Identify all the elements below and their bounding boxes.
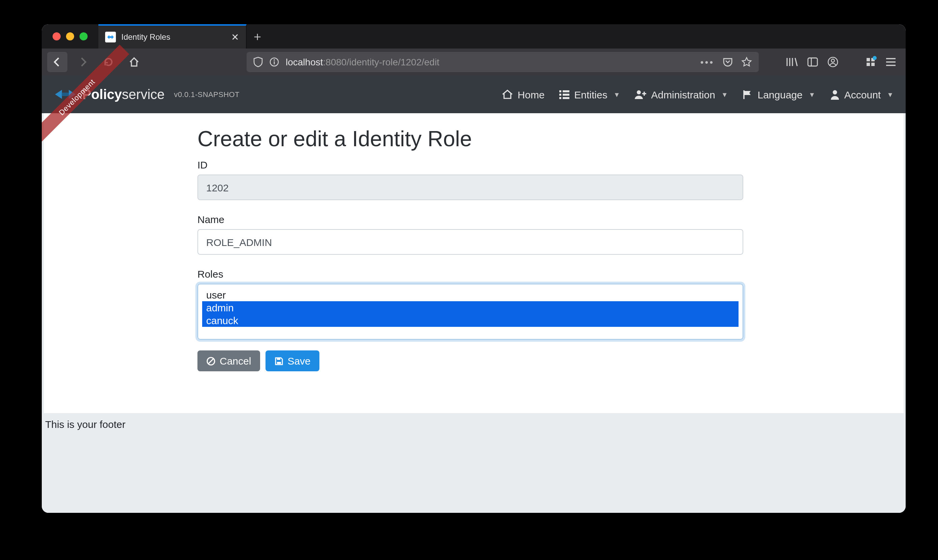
id-field xyxy=(197,175,743,200)
brand-text: Policyservice xyxy=(82,86,165,102)
svg-rect-2 xyxy=(274,62,275,65)
menu-icon[interactable] xyxy=(886,57,896,67)
chevron-down-icon: ▼ xyxy=(721,91,728,98)
pocket-icon[interactable] xyxy=(723,57,733,67)
roles-option[interactable]: admin xyxy=(202,301,738,314)
bookmark-star-icon[interactable] xyxy=(741,57,752,68)
nav-home[interactable]: Home xyxy=(502,89,544,100)
svg-rect-15 xyxy=(559,90,561,92)
nav-home-label: Home xyxy=(518,89,544,100)
save-button[interactable]: Save xyxy=(265,351,319,371)
maximize-window-button[interactable] xyxy=(80,32,88,40)
name-field[interactable] xyxy=(197,229,743,255)
shield-icon xyxy=(254,57,263,68)
roles-label: Roles xyxy=(197,268,743,280)
svg-point-22 xyxy=(833,90,837,94)
window-controls xyxy=(42,24,98,49)
tab-strip: Identity Roles ✕ ＋ xyxy=(42,24,906,49)
save-disk-icon xyxy=(274,356,283,366)
close-window-button[interactable] xyxy=(52,32,61,40)
nav-entities[interactable]: Entities ▼ xyxy=(559,89,620,100)
roles-option[interactable]: user xyxy=(202,288,738,301)
back-button[interactable] xyxy=(47,52,68,72)
app-navbar: Development Policyservice v0.0.1-SNAPSHO… xyxy=(42,75,906,113)
sidebar-icon[interactable] xyxy=(807,57,818,67)
home-icon xyxy=(502,90,513,99)
favicon-icon xyxy=(105,32,116,43)
nav-account[interactable]: Account ▼ xyxy=(830,89,893,100)
svg-line-24 xyxy=(208,358,213,363)
svg-point-6 xyxy=(831,59,834,62)
ban-icon xyxy=(206,356,215,366)
nav-administration-label: Administration xyxy=(651,89,715,100)
info-icon xyxy=(269,57,279,67)
browser-window: Identity Roles ✕ ＋ xyxy=(42,24,906,513)
profile-icon[interactable] xyxy=(827,57,838,68)
browser-tab-identity-roles[interactable]: Identity Roles ✕ xyxy=(98,24,247,49)
id-label: ID xyxy=(197,159,743,171)
forward-button[interactable] xyxy=(73,52,93,72)
minimize-window-button[interactable] xyxy=(66,32,74,40)
svg-rect-18 xyxy=(563,93,569,95)
svg-rect-26 xyxy=(277,362,281,363)
svg-rect-14 xyxy=(62,93,69,96)
chevron-down-icon: ▼ xyxy=(614,91,620,98)
nav-account-label: Account xyxy=(844,89,881,100)
url-text: localhost:8080/identity-role/1202/edit xyxy=(286,57,694,68)
address-bar[interactable]: localhost:8080/identity-role/1202/edit •… xyxy=(247,52,759,72)
page-content: Create or edit a Identity Role ID Name R… xyxy=(42,113,906,513)
svg-point-21 xyxy=(637,90,641,94)
more-dots-icon[interactable]: ••• xyxy=(700,57,714,68)
cancel-button[interactable]: Cancel xyxy=(197,351,260,371)
footer-text: This is your footer xyxy=(44,417,904,430)
chevron-down-icon: ▼ xyxy=(887,91,893,98)
svg-rect-20 xyxy=(563,97,569,99)
svg-rect-16 xyxy=(563,90,569,92)
svg-point-1 xyxy=(274,59,275,61)
nav-language[interactable]: Language ▼ xyxy=(743,89,815,100)
flag-icon xyxy=(743,89,753,99)
tab-title: Identity Roles xyxy=(121,32,170,42)
svg-rect-7 xyxy=(867,58,870,62)
extensions-icon[interactable] xyxy=(865,57,876,68)
library-icon[interactable] xyxy=(786,57,798,68)
svg-rect-9 xyxy=(867,63,870,66)
save-button-label: Save xyxy=(288,355,310,366)
nav-administration[interactable]: Administration ▼ xyxy=(635,89,728,100)
roles-option[interactable]: canuck xyxy=(202,314,738,327)
new-tab-button[interactable]: ＋ xyxy=(247,24,268,49)
list-icon xyxy=(559,90,569,99)
chevron-down-icon: ▼ xyxy=(809,91,815,98)
nav-entities-label: Entities xyxy=(574,89,607,100)
form-card: Create or edit a Identity Role ID Name R… xyxy=(44,113,904,413)
roles-multiselect[interactable]: useradmincanuck xyxy=(197,284,743,340)
svg-rect-10 xyxy=(871,63,875,66)
browser-toolbar: localhost:8080/identity-role/1202/edit •… xyxy=(42,49,906,75)
user-icon xyxy=(830,89,840,99)
close-tab-button[interactable]: ✕ xyxy=(231,32,239,42)
svg-rect-19 xyxy=(559,97,561,99)
svg-rect-3 xyxy=(808,58,817,66)
brand-version: v0.0.1-SNAPSHOT xyxy=(174,90,240,98)
svg-rect-25 xyxy=(277,357,280,360)
page-title: Create or edit a Identity Role xyxy=(197,125,743,152)
svg-rect-17 xyxy=(559,93,561,95)
name-label: Name xyxy=(197,214,743,225)
nav-language-label: Language xyxy=(757,89,803,100)
cancel-button-label: Cancel xyxy=(220,355,251,366)
user-plus-icon xyxy=(635,90,647,99)
